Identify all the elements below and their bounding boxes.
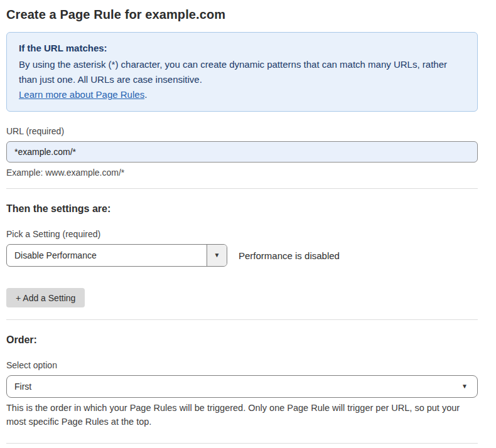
- order-help-text: This is the order in which your Page Rul…: [6, 401, 478, 429]
- pick-setting-label: Pick a Setting (required): [6, 229, 478, 239]
- chevron-down-icon: ▼: [214, 252, 220, 259]
- divider: [6, 443, 478, 444]
- order-select-caret-area: ▼: [461, 376, 477, 397]
- url-field-label: URL (required): [6, 126, 478, 136]
- divider: [6, 319, 478, 320]
- chevron-down-icon: ▼: [461, 383, 468, 390]
- link-suffix: .: [144, 89, 147, 100]
- order-section-heading: Order:: [6, 334, 478, 346]
- url-match-info-box: If the URL matches: By using the asteris…: [6, 32, 478, 112]
- order-select[interactable]: First ▼: [6, 375, 478, 398]
- add-setting-button[interactable]: + Add a Setting: [6, 288, 85, 307]
- order-select-label: Select option: [6, 360, 478, 370]
- url-example-text: Example: www.example.com/*: [6, 168, 478, 178]
- setting-select-value: Disable Performance: [7, 245, 207, 266]
- info-box-body: By using the asterisk (*) character, you…: [19, 57, 465, 87]
- url-input[interactable]: [6, 141, 478, 163]
- learn-more-link[interactable]: Learn more about Page Rules: [19, 89, 144, 100]
- create-page-rule-panel: Create a Page Rule for example.com If th…: [0, 8, 496, 448]
- setting-select-arrow-button[interactable]: ▼: [207, 245, 227, 266]
- info-box-link-line: Learn more about Page Rules.: [19, 87, 465, 102]
- setting-select[interactable]: Disable Performance ▼: [6, 244, 227, 267]
- divider: [6, 188, 478, 189]
- order-select-value: First: [7, 376, 461, 397]
- setting-status-text: Performance is disabled: [239, 250, 340, 261]
- info-box-heading: If the URL matches:: [19, 41, 465, 56]
- setting-row: Disable Performance ▼ Performance is dis…: [6, 244, 478, 267]
- settings-section-heading: Then the settings are:: [6, 203, 478, 215]
- page-title: Create a Page Rule for example.com: [6, 8, 478, 22]
